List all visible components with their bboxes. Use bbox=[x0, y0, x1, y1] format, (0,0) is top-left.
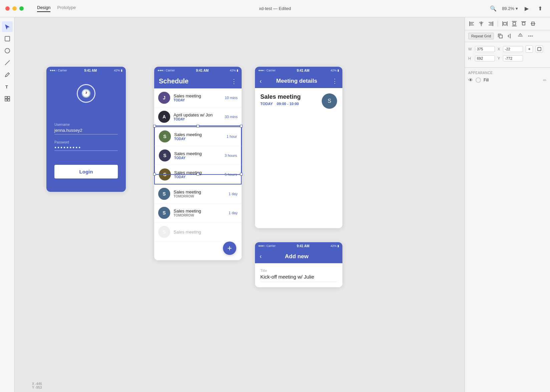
constrain-icon[interactable] bbox=[536, 45, 543, 53]
appearance-label: APPEARANCE bbox=[468, 71, 547, 75]
fill-edit-icon[interactable]: ✏ bbox=[543, 78, 547, 83]
item-text: Sales meeting TODAY bbox=[174, 132, 227, 141]
search-icon[interactable]: 🔍 bbox=[489, 4, 498, 13]
flip-horiz-icon[interactable] bbox=[507, 32, 514, 40]
list-item[interactable]: S Sales meeting TODAY 1 hour bbox=[154, 126, 242, 146]
more-options-icon[interactable] bbox=[527, 32, 534, 40]
meeting-sub: TODAY 09:00 - 10:00 bbox=[260, 102, 301, 106]
list-item[interactable]: S Sales meeting TOMORROW 1 day bbox=[154, 184, 242, 204]
width-input[interactable] bbox=[475, 46, 495, 52]
item-name: Sales meeting bbox=[174, 132, 227, 137]
right-panel: Repeat Grid W X bbox=[465, 17, 550, 392]
distribute-horiz-icon[interactable] bbox=[501, 20, 509, 27]
svg-rect-33 bbox=[528, 36, 529, 36]
rectangle-tool[interactable] bbox=[2, 33, 13, 44]
username-value[interactable]: jenna.hussey2 bbox=[54, 128, 118, 134]
item-text: April updates w/ Jon TODAY bbox=[174, 112, 225, 121]
username-field-group: Username jenna.hussey2 bbox=[54, 123, 118, 134]
copy-icon[interactable] bbox=[497, 32, 504, 40]
details-more-icon[interactable]: ⋮ bbox=[332, 77, 338, 85]
list-item[interactable]: S Sales meeting TODAY 3 hours bbox=[154, 146, 242, 165]
addnew-time: 9:41 AM bbox=[297, 244, 309, 248]
zoom-control[interactable]: 89.2% ▾ bbox=[502, 6, 518, 11]
align-top-icon[interactable] bbox=[520, 20, 527, 27]
list-item[interactable]: S Sales meeting bbox=[154, 223, 242, 242]
add-new-header: ‹ Add new bbox=[255, 250, 342, 263]
title-bar-right: 🔍 89.2% ▾ ▶ ⬆ bbox=[489, 4, 545, 13]
meeting-title: Sales meeting bbox=[260, 93, 301, 100]
addnew-back-icon[interactable]: ‹ bbox=[260, 253, 262, 260]
visibility-icon[interactable]: 👁 bbox=[468, 77, 473, 83]
component-tool[interactable] bbox=[2, 93, 13, 104]
svg-rect-0 bbox=[5, 36, 10, 41]
x-input[interactable] bbox=[503, 46, 523, 52]
item-when: TODAY bbox=[174, 137, 227, 141]
back-icon[interactable]: ‹ bbox=[260, 78, 262, 85]
svg-rect-36 bbox=[538, 47, 541, 51]
item-when: TOMORROW bbox=[174, 194, 229, 198]
y-coord: Y -953 bbox=[32, 386, 42, 389]
svg-rect-30 bbox=[499, 35, 502, 38]
flip-vert-icon[interactable] bbox=[517, 32, 524, 40]
select-tool[interactable] bbox=[2, 21, 13, 32]
height-input[interactable] bbox=[475, 55, 495, 61]
list-item[interactable]: S Sales meeting TOMORROW 1 day bbox=[154, 204, 242, 223]
tab-prototype[interactable]: Prototype bbox=[57, 5, 76, 12]
schedule-phone: ●●●○ Carrier 9:41 AM 42% ▮ Schedule ⋮ J … bbox=[154, 67, 242, 260]
play-icon[interactable]: ▶ bbox=[522, 4, 531, 13]
field-value[interactable]: Kick-off meeting w/ Julie bbox=[260, 274, 337, 282]
distribute-vert-icon[interactable] bbox=[511, 20, 518, 27]
height-y-row: H Y bbox=[468, 55, 547, 61]
list-item[interactable]: A April updates w/ Jon TODAY 33 mins bbox=[154, 107, 242, 126]
item-name: Sales meeting bbox=[174, 230, 238, 235]
item-text: Sales meeting TOMORROW bbox=[174, 209, 229, 217]
title-bar-tabs: Design Prototype bbox=[37, 5, 76, 12]
fill-color-swatch[interactable] bbox=[476, 77, 481, 83]
share-icon[interactable]: ⬆ bbox=[535, 4, 545, 13]
align-left-icon[interactable] bbox=[468, 20, 476, 27]
text-tool[interactable]: T bbox=[2, 81, 13, 92]
app-title: xd-test — Edited bbox=[259, 6, 291, 11]
avatar: A bbox=[158, 111, 170, 123]
list-item[interactable]: J Sales meeting TODAY 10 mins bbox=[154, 88, 242, 107]
y-input[interactable] bbox=[503, 55, 523, 61]
close-button[interactable] bbox=[5, 6, 10, 11]
list-item[interactable]: S Sales meeting TODAY 5 hours bbox=[154, 165, 242, 184]
details-body: Sales meeting TODAY 09:00 - 10:00 S bbox=[255, 88, 342, 228]
fab-add-button[interactable]: + bbox=[223, 242, 236, 255]
tab-design[interactable]: Design bbox=[37, 5, 50, 12]
line-tool[interactable] bbox=[2, 57, 13, 68]
item-when: TODAY bbox=[174, 98, 225, 102]
ellipse-tool[interactable] bbox=[2, 45, 13, 56]
password-value[interactable]: ●●●●●●●●● bbox=[54, 145, 118, 151]
align-center-icon[interactable] bbox=[478, 20, 485, 27]
repeat-grid-button[interactable]: Repeat Grid bbox=[468, 33, 494, 39]
h-label: H bbox=[468, 56, 472, 60]
item-text: Sales meeting TODAY bbox=[174, 151, 225, 160]
login-button[interactable]: Login bbox=[54, 165, 118, 178]
add-new-header-title: Add new bbox=[265, 253, 328, 260]
canvas-area: Login ●●●○ Carrier 9:41 AM 42% ▮ 🕐 Usern… bbox=[15, 17, 465, 392]
avatar: S bbox=[158, 226, 170, 238]
minimize-button[interactable] bbox=[12, 6, 17, 11]
details-battery: 42% ▮ bbox=[330, 69, 339, 72]
canvas-coords: X -446 Y -953 bbox=[32, 382, 42, 389]
svg-line-3 bbox=[8, 73, 9, 74]
schedule-header: Schedule ⋮ bbox=[154, 74, 242, 88]
clock-icon: 🕐 bbox=[77, 84, 95, 103]
link-dims-icon[interactable] bbox=[526, 45, 533, 53]
maximize-button[interactable] bbox=[19, 6, 24, 11]
align-middle-icon[interactable] bbox=[529, 20, 537, 27]
item-when: TODAY bbox=[174, 175, 225, 179]
item-time: 1 day bbox=[229, 211, 238, 215]
login-carrier: ●●●○ Carrier bbox=[50, 69, 67, 72]
item-when: TODAY bbox=[174, 156, 225, 160]
password-label: Password bbox=[54, 140, 118, 144]
pen-tool[interactable] bbox=[2, 69, 13, 80]
fill-label: Fill bbox=[484, 78, 489, 82]
details-header-title: Meeting details bbox=[265, 78, 328, 84]
schedule-menu-icon[interactable]: ⋮ bbox=[231, 78, 237, 85]
item-name: April updates w/ Jon bbox=[174, 112, 225, 117]
align-right-icon[interactable] bbox=[487, 20, 494, 27]
avatar: J bbox=[158, 92, 170, 104]
